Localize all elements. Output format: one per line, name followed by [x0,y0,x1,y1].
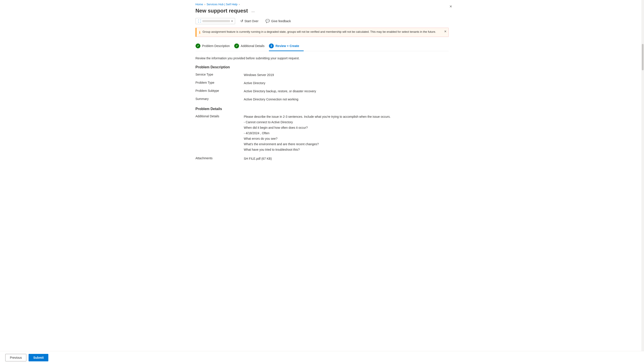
feedback-icon: 💬 [266,19,270,23]
toolbar: ⛶ ▾ ↺ Start Over 💬 Give feedback [196,18,449,24]
scrollbar[interactable] [641,0,644,364]
label-problem-subtype: Problem Subtype [196,89,244,92]
additional-line6: - 4/18/2024 , Often [244,131,449,136]
breadcrumb: Home › Services Hub | Self Help › [196,0,449,8]
give-feedback-button[interactable]: 💬 Give feedback [264,18,293,24]
review-subtitle: Review the information you provided befo… [196,56,449,60]
problem-details-header: Problem Details [196,107,449,111]
close-button[interactable]: × [448,3,454,10]
step3-label: Review + Create [276,44,299,48]
step-problem-description[interactable]: ✓ Problem Description [196,41,234,51]
detail-row-additional-details: Additional Details Please describe the i… [196,114,449,153]
detail-row-service-type: Service Type Windows Server 2019 [196,73,449,77]
step2-circle: ✓ [234,44,239,48]
step3-circle: 3 [269,44,274,48]
chevron-down-icon: ▾ [231,20,233,23]
step-review-create[interactable]: 3 Review + Create [269,41,304,51]
org-icon: ⛶ [198,19,201,23]
label-problem-type: Problem Type [196,81,244,84]
refresh-icon: ↺ [240,19,243,23]
step1-circle: ✓ [196,44,200,48]
start-over-label: Start Over [244,19,258,23]
value-service-type: Windows Server 2019 [244,73,449,77]
additional-line5: When did it begin and how often does it … [244,126,449,130]
warning-close-button[interactable]: ✕ [444,30,447,33]
selector-placeholder [202,20,230,22]
additional-line1: Please describe the issue in 2-3 sentenc… [244,114,449,119]
additional-line10: What's the environment and are there rec… [244,142,449,146]
submit-button[interactable]: Submit [28,354,48,361]
problem-description-header: Problem Description [196,65,449,69]
additional-line3: - Cannot connect to Active Directory [244,120,449,124]
warning-icon: ℹ [199,30,200,34]
warning-banner: ℹ Group assignment feature is currently … [196,28,449,37]
scrollbar-thumb [642,44,644,70]
breadcrumb-hub[interactable]: Services Hub | Self Help [206,3,238,6]
bottom-bar: Previous Submit [0,351,644,364]
value-problem-type: Active Directory [244,81,449,86]
detail-row-problem-subtype: Problem Subtype Active Directory backup,… [196,89,449,94]
content-area: Review the information you provided befo… [196,56,449,161]
value-problem-subtype: Active Directory backup, restore, or dis… [244,89,449,94]
label-summary: Summary [196,97,244,100]
previous-button[interactable]: Previous [5,354,26,361]
value-additional-details: Please describe the issue in 2-3 sentenc… [244,114,449,153]
value-summary: Active Directory Connection not working [244,97,449,102]
give-feedback-label: Give feedback [271,19,291,23]
value-attachments: SH FILE.pdf (67 KB) [244,156,449,161]
label-attachments: Attachments [196,156,244,160]
start-over-button[interactable]: ↺ Start Over [238,18,260,24]
additional-line8: What errors do you see? [244,136,449,141]
page-header: New support request ... × [196,8,449,14]
step2-label: Additional Details [241,44,264,48]
breadcrumb-home[interactable]: Home [196,3,203,6]
label-additional-details: Additional Details [196,114,244,118]
detail-row-summary: Summary Active Directory Connection not … [196,97,449,102]
breadcrumb-sep1: › [204,3,205,6]
label-service-type: Service Type [196,73,244,76]
steps-nav: ✓ Problem Description ✓ Additional Detai… [196,41,449,51]
group-selector[interactable]: ⛶ ▾ [196,18,235,24]
detail-row-problem-type: Problem Type Active Directory [196,81,449,86]
step-additional-details[interactable]: ✓ Additional Details [234,41,269,51]
page-title: New support request [196,8,248,14]
step1-label: Problem Description [202,44,230,48]
breadcrumb-sep2: › [239,3,240,6]
ellipsis-button[interactable]: ... [250,8,256,14]
detail-row-attachments: Attachments SH FILE.pdf (67 KB) [196,156,449,161]
warning-text: Group assignment feature is currently ru… [202,30,436,34]
additional-line12: What have you tried to troubleshoot this… [244,148,449,152]
